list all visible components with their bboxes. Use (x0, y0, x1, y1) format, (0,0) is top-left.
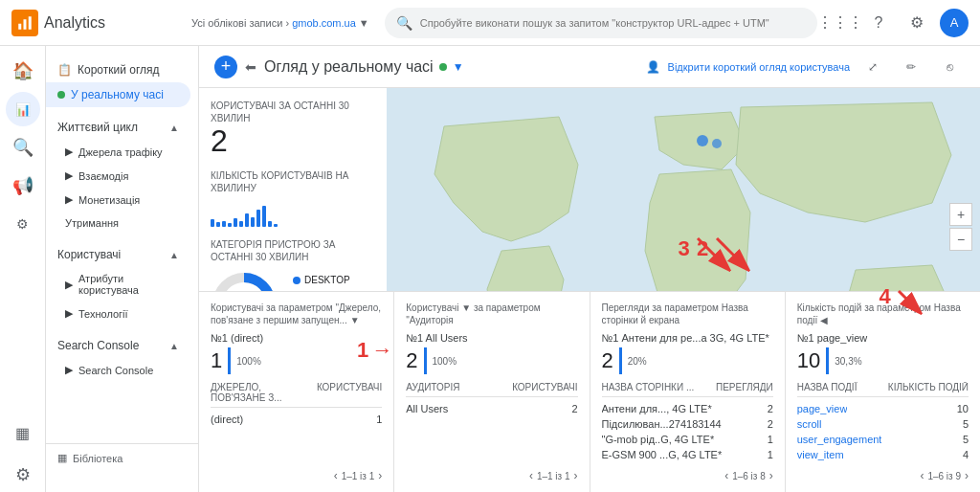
sidebar-item-lifecycle[interactable]: Життєвий цикл ▲ (46, 115, 190, 140)
sidebar-section-overview: 📋 Короткий огляд У реальному часі (46, 54, 198, 111)
home-icon[interactable]: 🏠 (6, 54, 40, 88)
zoom-in-button[interactable]: + (949, 203, 972, 226)
sidebar-item-retention[interactable]: Утримання (46, 212, 190, 235)
settings-button[interactable]: ⚙ (902, 8, 932, 38)
card-table-1: ДЖЕРЕЛО, ПОВ'ЯЗАНЕ З... КОРИСТУВАЧІ (dir… (211, 382, 382, 465)
analytics-logo-icon (11, 10, 38, 36)
content-header: + ⬅ Огляд у реальному часі ▼ 👤 Відкрити … (199, 46, 980, 88)
card-row-value: 2 (768, 403, 773, 414)
person-icon: 👤 (646, 60, 660, 74)
open-user-overview[interactable]: Відкрити короткий огляд користувача (668, 61, 850, 73)
card-next-4[interactable]: › (965, 469, 969, 482)
card-number-1: 1 (211, 348, 222, 373)
grid-menu-button[interactable]: ⋮⋮⋮ (825, 8, 856, 38)
sidebar-item-users[interactable]: Користувачі ▲ (46, 242, 190, 267)
library-icon[interactable]: ▦ (6, 415, 40, 450)
app-container: Analytics Усі облікові записи › gmob.com… (0, 0, 980, 492)
card-row-label: G-mob усе...0b, 4G LTE (602, 464, 715, 465)
header-icon: ⬅ (245, 59, 256, 75)
card-row-label: All Users (406, 403, 448, 414)
sidebar-item-monetization[interactable]: ▶ Монетизація (46, 188, 190, 212)
card-row-label[interactable]: scroll (797, 418, 822, 430)
interaction-chevron: ▶ (65, 169, 73, 182)
card-percent-4: 30,3% (835, 356, 861, 367)
explore-icon[interactable]: 🔍 (6, 130, 40, 165)
user-avatar[interactable]: A (940, 9, 969, 37)
share-icon[interactable]: ⎋ (934, 52, 965, 82)
realtime-dropdown[interactable]: ▼ (453, 60, 464, 74)
sidebar-item-tech[interactable]: ▶ Технології (46, 302, 190, 325)
zoom-out-button[interactable]: − (949, 228, 972, 251)
configure-icon[interactable]: ⚙ (6, 207, 40, 241)
bottom-settings-icon[interactable]: ⚙ (6, 458, 40, 492)
sidebar: 📋 Короткий огляд У реальному часі Життєв… (46, 46, 199, 492)
top-bar: Analytics Усі облікові записи › gmob.com… (0, 0, 980, 46)
add-button[interactable]: + (214, 56, 237, 78)
map-zoom-controls: + − (949, 203, 972, 251)
users-per-min-chart (211, 198, 378, 227)
monetization-chevron: ▶ (65, 193, 73, 206)
card-row-value: 10 (957, 403, 969, 414)
card-row-label: "G-mob рід..G, 4G LTE* (602, 434, 715, 445)
card-row-value: 1 (768, 464, 773, 465)
card-next-2[interactable]: › (574, 469, 578, 482)
table-row: user_engagement 5 (797, 432, 969, 447)
card-next-1[interactable]: › (378, 469, 382, 482)
sidebar-item-search-console-sub[interactable]: ▶ Search Console (46, 358, 190, 382)
card-next-3[interactable]: › (769, 469, 773, 482)
card-row-value: 5 (963, 418, 969, 430)
card-footer-2: ‹ 1–1 із 1 › (406, 469, 577, 482)
card-bar-1 (228, 347, 231, 374)
sidebar-item-search-console-header[interactable]: Search Console ▲ (46, 333, 190, 358)
advertising-icon[interactable]: 📢 (6, 168, 40, 203)
card-table-header-2: АУДИТОРІЯ КОРИСТУВАЧІ (406, 382, 577, 397)
card-footer-4: ‹ 1–6 із 9 › (797, 469, 969, 482)
card-row-label[interactable]: session_start (797, 464, 859, 465)
sidebar-item-interaction[interactable]: ▶ Взаємодія (46, 164, 190, 188)
help-button[interactable]: ? (863, 8, 894, 38)
expand-icon[interactable]: ⤢ (858, 52, 888, 82)
users-30min-label: КОРИСТУВАЧІ ЗА ОСТАННІ 30 ХВИЛИН (211, 100, 378, 124)
cards-row: Користувачі за параметром "Джерело, пов'… (199, 291, 980, 492)
realtime-dot (57, 91, 65, 99)
card-row-label[interactable]: page_view (797, 403, 848, 414)
lifecycle-chevron: ▲ (169, 123, 179, 133)
table-row: session_start 3 (797, 462, 969, 465)
card-prev-2[interactable]: ‹ (529, 469, 533, 482)
sidebar-item-overview[interactable]: 📋 Короткий огляд (46, 57, 190, 82)
sidebar-item-user-attr[interactable]: ▶ Атрибути користувача (46, 267, 190, 302)
sidebar-section-users: Користувачі ▲ ▶ Атрибути користувача ▶ Т… (46, 238, 198, 329)
card-row-value: 1 (768, 434, 773, 445)
card-table-2: АУДИТОРІЯ КОРИСТУВАЧІ All Users 2 (406, 382, 577, 465)
card-prev-1[interactable]: ‹ (334, 469, 338, 482)
card-row-label[interactable]: view_item (797, 449, 844, 460)
card-pagination-3: 1–6 із 8 (732, 471, 766, 481)
sidebar-item-traffic[interactable]: ▶ Джерела трафіку (46, 140, 190, 164)
card-number-4: 10 (797, 348, 820, 373)
sc-chevron: ▶ (65, 364, 73, 376)
card-prev-4[interactable]: ‹ (920, 469, 924, 482)
table-row: Антени для..., 4G LTE* 2 (602, 401, 773, 416)
card-bar-2 (424, 347, 427, 374)
card-prev-3[interactable]: ‹ (724, 469, 728, 482)
card-title-2: Користувачі ▼ за параметром "Аудиторія (406, 302, 577, 326)
card-table-header-1: ДЖЕРЕЛО, ПОВ'ЯЗАНЕ З... КОРИСТУВАЧІ (211, 382, 382, 408)
table-row: "G-mob рід..G, 4G LTE* 1 (602, 432, 773, 447)
card-table-3: НАЗВА СТОРІНКИ ... ПЕРЕГЛЯДИ Антени для.… (602, 382, 773, 465)
card-row-label: Підсилюван...274183144 (602, 418, 722, 430)
search-icon: 🔍 (396, 15, 412, 31)
sidebar-item-realtime[interactable]: У реальному часі (46, 82, 190, 107)
card-pagination-1: 1–1 із 1 (342, 471, 375, 481)
search-bar[interactable]: 🔍 (385, 8, 817, 38)
search-input[interactable] (420, 17, 806, 29)
desktop-legend: DESKTOP (293, 275, 350, 285)
svg-rect-2 (29, 16, 32, 30)
tech-chevron: ▶ (65, 307, 73, 320)
realtime-icon[interactable]: 📊 (6, 92, 40, 126)
svg-point-6 (697, 135, 708, 146)
card-table-header-4: НАЗВА ПОДІЇ КІЛЬКІСТЬ ПОДІЙ (797, 382, 969, 397)
sidebar-library[interactable]: ▦ Бібліотека (46, 443, 198, 472)
card-row-label: (direct) (211, 414, 243, 425)
card-row-label[interactable]: user_engagement (797, 434, 882, 445)
edit-icon[interactable]: ✏ (896, 52, 926, 82)
